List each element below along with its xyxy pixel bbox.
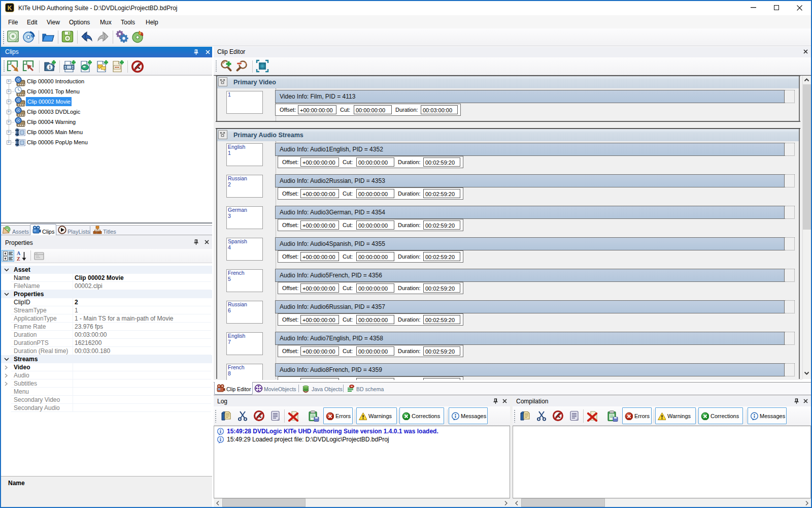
svg-text:A: A — [17, 250, 21, 256]
svg-text:1: 1 — [49, 65, 51, 70]
svg-text:K: K — [8, 5, 12, 12]
svg-text:Z: Z — [17, 256, 20, 261]
